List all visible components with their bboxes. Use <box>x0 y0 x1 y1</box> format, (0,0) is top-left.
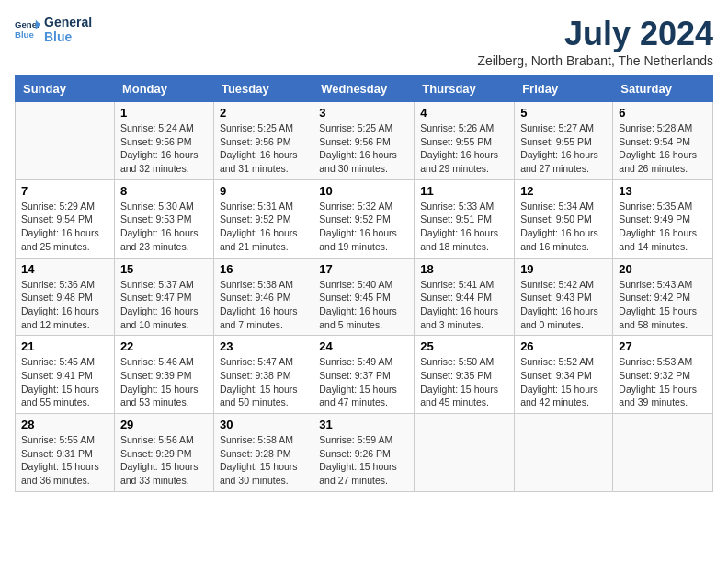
day-info: Sunrise: 5:49 AM Sunset: 9:37 PM Dayligh… <box>319 355 408 409</box>
day-info: Sunrise: 5:31 AM Sunset: 9:52 PM Dayligh… <box>220 200 307 254</box>
header-tuesday: Tuesday <box>213 76 313 102</box>
day-info: Sunrise: 5:28 AM Sunset: 9:54 PM Dayligh… <box>619 121 707 176</box>
day-number: 16 <box>220 262 307 276</box>
week-row-5: 28Sunrise: 5:55 AM Sunset: 9:31 PM Dayli… <box>16 414 713 492</box>
day-number: 29 <box>120 418 208 431</box>
day-number: 24 <box>319 339 408 353</box>
calendar-cell: 26Sunrise: 5:52 AM Sunset: 9:34 PM Dayli… <box>515 336 613 414</box>
day-number: 14 <box>21 262 108 276</box>
calendar-cell: 17Sunrise: 5:40 AM Sunset: 9:45 PM Dayli… <box>313 258 415 336</box>
calendar-table: SundayMondayTuesdayWednesdayThursdayFrid… <box>15 75 713 492</box>
day-number: 25 <box>420 339 508 353</box>
calendar-cell: 30Sunrise: 5:58 AM Sunset: 9:28 PM Dayli… <box>213 414 313 492</box>
day-info: Sunrise: 5:32 AM Sunset: 9:52 PM Dayligh… <box>319 200 408 254</box>
logo-text-general: General <box>44 15 92 29</box>
calendar-cell: 21Sunrise: 5:45 AM Sunset: 9:41 PM Dayli… <box>16 336 115 414</box>
day-info: Sunrise: 5:46 AM Sunset: 9:39 PM Dayligh… <box>120 355 208 409</box>
week-row-1: 1Sunrise: 5:24 AM Sunset: 9:56 PM Daylig… <box>16 102 713 180</box>
day-info: Sunrise: 5:33 AM Sunset: 9:51 PM Dayligh… <box>420 200 508 254</box>
day-number: 13 <box>619 184 707 198</box>
day-number: 5 <box>520 106 607 120</box>
svg-text:Blue: Blue <box>15 29 34 40</box>
header-row: SundayMondayTuesdayWednesdayThursdayFrid… <box>16 76 713 102</box>
header-sunday: Sunday <box>16 76 115 102</box>
calendar-cell: 13Sunrise: 5:35 AM Sunset: 9:49 PM Dayli… <box>613 179 713 258</box>
day-number: 6 <box>619 106 707 120</box>
day-info: Sunrise: 5:25 AM Sunset: 9:56 PM Dayligh… <box>319 121 408 176</box>
calendar-cell: 6Sunrise: 5:28 AM Sunset: 9:54 PM Daylig… <box>613 102 713 180</box>
calendar-cell: 9Sunrise: 5:31 AM Sunset: 9:52 PM Daylig… <box>213 179 313 258</box>
calendar-cell: 31Sunrise: 5:59 AM Sunset: 9:26 PM Dayli… <box>313 414 415 492</box>
header-monday: Monday <box>114 76 213 102</box>
day-number: 1 <box>120 106 208 120</box>
day-info: Sunrise: 5:26 AM Sunset: 9:55 PM Dayligh… <box>420 121 508 176</box>
calendar-cell: 16Sunrise: 5:38 AM Sunset: 9:46 PM Dayli… <box>213 258 313 336</box>
day-info: Sunrise: 5:25 AM Sunset: 9:56 PM Dayligh… <box>220 121 307 176</box>
calendar-cell: 2Sunrise: 5:25 AM Sunset: 9:56 PM Daylig… <box>213 102 313 180</box>
day-number: 26 <box>520 339 607 353</box>
calendar-cell: 10Sunrise: 5:32 AM Sunset: 9:52 PM Dayli… <box>313 179 415 258</box>
calendar-cell: 4Sunrise: 5:26 AM Sunset: 9:55 PM Daylig… <box>415 102 515 180</box>
calendar-cell: 22Sunrise: 5:46 AM Sunset: 9:39 PM Dayli… <box>114 336 213 414</box>
day-number: 20 <box>619 262 707 276</box>
day-number: 31 <box>319 418 408 431</box>
day-info: Sunrise: 5:53 AM Sunset: 9:32 PM Dayligh… <box>619 355 707 409</box>
day-number: 19 <box>520 262 607 276</box>
calendar-cell: 28Sunrise: 5:55 AM Sunset: 9:31 PM Dayli… <box>16 414 115 492</box>
day-number: 12 <box>520 184 607 198</box>
calendar-cell: 5Sunrise: 5:27 AM Sunset: 9:55 PM Daylig… <box>515 102 613 180</box>
calendar-cell <box>613 414 713 492</box>
month-title: July 2024 <box>477 15 713 53</box>
calendar-cell: 24Sunrise: 5:49 AM Sunset: 9:37 PM Dayli… <box>313 336 415 414</box>
day-info: Sunrise: 5:45 AM Sunset: 9:41 PM Dayligh… <box>21 355 108 409</box>
day-info: Sunrise: 5:35 AM Sunset: 9:49 PM Dayligh… <box>619 200 707 254</box>
day-number: 17 <box>319 262 408 276</box>
calendar-cell: 14Sunrise: 5:36 AM Sunset: 9:48 PM Dayli… <box>16 258 115 336</box>
day-info: Sunrise: 5:47 AM Sunset: 9:38 PM Dayligh… <box>220 355 307 409</box>
calendar-cell: 23Sunrise: 5:47 AM Sunset: 9:38 PM Dayli… <box>213 336 313 414</box>
day-number: 4 <box>420 106 508 120</box>
page-header: General Blue General Blue July 2024 Zeil… <box>15 15 713 68</box>
header-saturday: Saturday <box>613 76 713 102</box>
calendar-cell: 27Sunrise: 5:53 AM Sunset: 9:32 PM Dayli… <box>613 336 713 414</box>
logo-icon: General Blue <box>15 17 40 42</box>
calendar-cell: 8Sunrise: 5:30 AM Sunset: 9:53 PM Daylig… <box>114 179 213 258</box>
title-block: July 2024 Zeilberg, North Brabant, The N… <box>477 15 713 68</box>
day-info: Sunrise: 5:24 AM Sunset: 9:56 PM Dayligh… <box>120 121 208 176</box>
day-number: 9 <box>220 184 307 198</box>
day-info: Sunrise: 5:55 AM Sunset: 9:31 PM Dayligh… <box>21 433 108 488</box>
week-row-2: 7Sunrise: 5:29 AM Sunset: 9:54 PM Daylig… <box>16 179 713 258</box>
day-info: Sunrise: 5:59 AM Sunset: 9:26 PM Dayligh… <box>319 433 408 488</box>
logo: General Blue General Blue <box>15 15 92 44</box>
day-number: 28 <box>21 418 108 431</box>
day-number: 27 <box>619 339 707 353</box>
day-number: 15 <box>120 262 208 276</box>
day-number: 22 <box>120 339 208 353</box>
week-row-4: 21Sunrise: 5:45 AM Sunset: 9:41 PM Dayli… <box>16 336 713 414</box>
day-info: Sunrise: 5:41 AM Sunset: 9:44 PM Dayligh… <box>420 278 508 332</box>
calendar-cell: 18Sunrise: 5:41 AM Sunset: 9:44 PM Dayli… <box>415 258 515 336</box>
header-thursday: Thursday <box>415 76 515 102</box>
calendar-cell <box>415 414 515 492</box>
calendar-cell: 19Sunrise: 5:42 AM Sunset: 9:43 PM Dayli… <box>515 258 613 336</box>
day-number: 2 <box>220 106 307 120</box>
calendar-cell <box>16 102 115 180</box>
day-info: Sunrise: 5:42 AM Sunset: 9:43 PM Dayligh… <box>520 278 607 332</box>
day-number: 23 <box>220 339 307 353</box>
day-info: Sunrise: 5:36 AM Sunset: 9:48 PM Dayligh… <box>21 278 108 332</box>
calendar-cell <box>515 414 613 492</box>
week-row-3: 14Sunrise: 5:36 AM Sunset: 9:48 PM Dayli… <box>16 258 713 336</box>
day-info: Sunrise: 5:40 AM Sunset: 9:45 PM Dayligh… <box>319 278 408 332</box>
day-number: 8 <box>120 184 208 198</box>
calendar-cell: 29Sunrise: 5:56 AM Sunset: 9:29 PM Dayli… <box>114 414 213 492</box>
day-info: Sunrise: 5:38 AM Sunset: 9:46 PM Dayligh… <box>220 278 307 332</box>
day-number: 10 <box>319 184 408 198</box>
day-info: Sunrise: 5:34 AM Sunset: 9:50 PM Dayligh… <box>520 200 607 254</box>
day-info: Sunrise: 5:58 AM Sunset: 9:28 PM Dayligh… <box>220 433 307 488</box>
logo-text-blue: Blue <box>44 29 92 44</box>
calendar-cell: 12Sunrise: 5:34 AM Sunset: 9:50 PM Dayli… <box>515 179 613 258</box>
day-info: Sunrise: 5:27 AM Sunset: 9:55 PM Dayligh… <box>520 121 607 176</box>
calendar-cell: 3Sunrise: 5:25 AM Sunset: 9:56 PM Daylig… <box>313 102 415 180</box>
day-number: 18 <box>420 262 508 276</box>
location-title: Zeilberg, North Brabant, The Netherlands <box>477 53 713 68</box>
